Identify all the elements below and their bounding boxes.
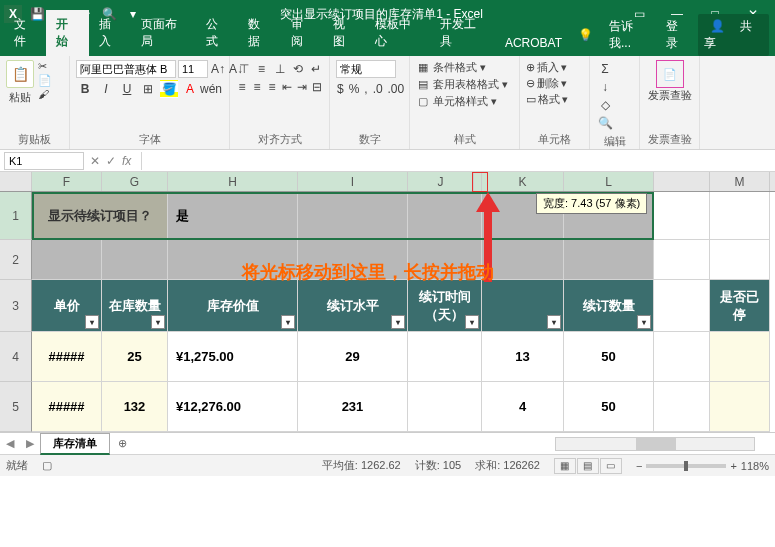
paste-button[interactable]: 📋 粘贴 [6, 60, 34, 105]
header-time[interactable]: 续订时间（天）▾ [408, 280, 482, 332]
cut-icon[interactable]: ✂ [38, 60, 52, 73]
align-top-icon[interactable]: ⊤ [236, 60, 251, 78]
sheet-tab-active[interactable]: 库存清单 [40, 433, 110, 455]
cell-M4a[interactable] [654, 332, 710, 382]
table-format-button[interactable]: ▤套用表格格式 ▾ [416, 77, 513, 92]
filter-icon[interactable]: ▾ [281, 315, 295, 329]
number-format-select[interactable] [336, 60, 396, 78]
row-2[interactable]: 2 [0, 240, 32, 280]
cell-F5[interactable]: ##### [32, 382, 102, 432]
merge-icon[interactable]: ⊟ [311, 78, 323, 96]
cell-F1[interactable]: 显示待续订项目？ [32, 192, 168, 240]
tab-file[interactable]: 文件 [4, 10, 46, 56]
percent-icon[interactable]: % [348, 80, 361, 98]
border-button[interactable]: ⊞ [139, 80, 157, 98]
tab-data[interactable]: 数据 [238, 10, 280, 56]
increase-font-icon[interactable]: A↑ [210, 60, 226, 78]
view-break-icon[interactable]: ▭ [600, 458, 622, 474]
cell-I4[interactable]: 29 [298, 332, 408, 382]
horizontal-scrollbar[interactable] [135, 437, 775, 451]
sheet-nav-prev-icon[interactable]: ◀ [0, 437, 20, 450]
cell-M4[interactable] [710, 332, 770, 382]
header-value[interactable]: 库存价值▾ [168, 280, 298, 332]
font-name-select[interactable] [76, 60, 176, 78]
cell-L5[interactable]: 50 [564, 382, 654, 432]
copy-icon[interactable]: 📄 [38, 74, 52, 87]
format-painter-icon[interactable]: 🖌 [38, 88, 52, 100]
align-middle-icon[interactable]: ≡ [254, 60, 269, 78]
filter-icon[interactable]: ▾ [637, 315, 651, 329]
sheet-nav-next-icon[interactable]: ▶ [20, 437, 40, 450]
italic-button[interactable]: I [97, 80, 115, 98]
orientation-icon[interactable]: ⟲ [290, 60, 305, 78]
cell-L2[interactable] [564, 240, 654, 280]
tab-formulas[interactable]: 公式 [196, 10, 238, 56]
align-center-icon[interactable]: ≡ [251, 78, 263, 96]
filter-icon[interactable]: ▾ [465, 315, 479, 329]
status-record-icon[interactable]: ▢ [42, 459, 52, 472]
view-page-icon[interactable]: ▤ [577, 458, 599, 474]
tab-template[interactable]: 模板中心 [365, 10, 430, 56]
header-price[interactable]: 单价▾ [32, 280, 102, 332]
header-qty[interactable]: 续订数量▾ [564, 280, 654, 332]
cell-M2[interactable] [710, 240, 770, 280]
cell-L4[interactable]: 50 [564, 332, 654, 382]
cell-I5[interactable]: 231 [298, 382, 408, 432]
wrap-text-icon[interactable]: ↵ [308, 60, 323, 78]
filter-icon[interactable]: ▾ [85, 315, 99, 329]
cell-J1[interactable] [408, 192, 482, 240]
align-right-icon[interactable]: ≡ [266, 78, 278, 96]
cell-H1[interactable]: 是 [168, 192, 298, 240]
name-box[interactable] [4, 152, 84, 170]
zoom-in-icon[interactable]: + [730, 460, 736, 472]
header-level[interactable]: 续订水平▾ [298, 280, 408, 332]
find-icon[interactable]: 🔍 [596, 114, 614, 132]
cell-H5[interactable]: ¥12,276.00 [168, 382, 298, 432]
delete-cells-button[interactable]: ⊖删除 ▾ [526, 76, 583, 91]
tab-acrobat[interactable]: ACROBAT [495, 30, 572, 56]
tell-me[interactable]: 告诉我... [603, 14, 656, 56]
cell-M5[interactable] [710, 382, 770, 432]
col-M[interactable]: M [710, 172, 770, 191]
cell-K4[interactable]: 13 [482, 332, 564, 382]
add-sheet-icon[interactable]: ⊕ [110, 437, 135, 450]
phonetic-button[interactable]: wén [202, 80, 220, 98]
header-stopped[interactable]: 是否已停 [710, 280, 770, 332]
login-button[interactable]: 登录 [660, 14, 693, 56]
col-I[interactable]: I [298, 172, 408, 191]
formula-enter-icon[interactable]: ✓ [106, 154, 116, 168]
increase-decimal-icon[interactable]: .0 [372, 80, 384, 98]
col-J[interactable]: J [408, 172, 474, 191]
tab-layout[interactable]: 页面布局 [131, 10, 196, 56]
font-color-button[interactable]: A [181, 80, 199, 98]
row-1[interactable]: 1 [0, 192, 32, 240]
cell-J4[interactable] [408, 332, 482, 382]
fill-color-button[interactable]: 🪣 [160, 80, 178, 98]
autosum-icon[interactable]: Σ [596, 60, 614, 78]
cell-G4[interactable]: 25 [102, 332, 168, 382]
format-cells-button[interactable]: ▭格式 ▾ [526, 92, 583, 107]
cell-I1[interactable] [298, 192, 408, 240]
cell-F2[interactable] [32, 240, 102, 280]
filter-icon[interactable]: ▾ [391, 315, 405, 329]
cell-M5a[interactable] [654, 382, 710, 432]
col-M-left[interactable] [654, 172, 710, 191]
share-button[interactable]: 👤 共享 [698, 14, 769, 56]
zoom-level[interactable]: 118% [741, 460, 769, 472]
fill-icon[interactable]: ↓ [596, 78, 614, 96]
row-4[interactable]: 4 [0, 332, 32, 382]
cell-M3a[interactable] [654, 280, 710, 332]
zoom-control[interactable]: − + 118% [636, 460, 769, 472]
font-size-select[interactable] [178, 60, 208, 78]
filter-icon[interactable]: ▾ [151, 315, 165, 329]
col-F[interactable]: F [32, 172, 102, 191]
underline-button[interactable]: U [118, 80, 136, 98]
invoice-icon[interactable]: 📄 [656, 60, 684, 88]
tab-view[interactable]: 视图 [323, 10, 365, 56]
indent-inc-icon[interactable]: ⇥ [296, 78, 308, 96]
cell-styles-button[interactable]: ▢单元格样式 ▾ [416, 94, 513, 109]
tab-home[interactable]: 开始 [46, 10, 88, 56]
conditional-format-button[interactable]: ▦条件格式 ▾ [416, 60, 513, 75]
select-all-corner[interactable] [0, 172, 32, 191]
tab-review[interactable]: 审阅 [281, 10, 323, 56]
